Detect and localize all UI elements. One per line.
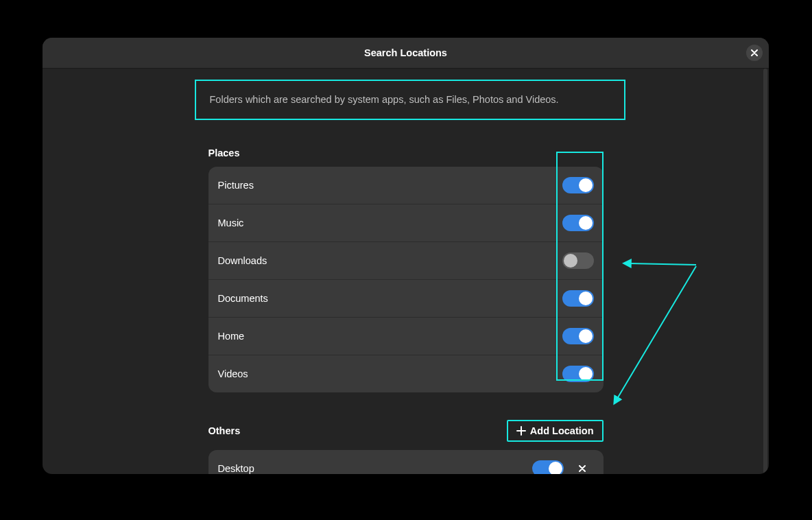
toggle-knob	[579, 329, 593, 343]
places-header: Places	[208, 147, 604, 158]
others-row-desktop[interactable]: Desktop	[208, 450, 604, 474]
places-row-home[interactable]: Home	[208, 318, 604, 355]
toggle-knob	[579, 367, 593, 381]
titlebar: Search Locations	[43, 38, 769, 69]
toggle-knob	[564, 254, 577, 268]
remove-button[interactable]	[571, 457, 594, 474]
others-title: Others	[208, 425, 241, 436]
close-icon	[751, 49, 758, 56]
row-label: Documents	[218, 293, 562, 304]
row-label: Music	[218, 217, 562, 228]
search-locations-dialog: Search Locations Folders which are searc…	[43, 38, 769, 474]
places-list: PicturesMusicDownloadsDocumentsHomeVideo…	[208, 167, 604, 392]
add-location-button[interactable]: Add Location	[507, 420, 604, 442]
toggle-knob	[579, 216, 593, 230]
content-area: Folders which are searched by system app…	[43, 69, 769, 474]
plus-icon	[516, 426, 526, 436]
places-row-documents[interactable]: Documents	[208, 280, 604, 318]
places-row-videos[interactable]: Videos	[208, 355, 604, 392]
toggle-knob	[579, 178, 593, 192]
places-row-pictures[interactable]: Pictures	[208, 167, 604, 204]
toggle-knob	[549, 462, 562, 474]
row-label: Pictures	[218, 180, 562, 191]
close-button[interactable]	[746, 45, 763, 61]
scrollbar[interactable]	[763, 69, 767, 474]
row-label: Videos	[218, 368, 562, 379]
toggle-knob	[579, 292, 593, 305]
toggle-videos[interactable]	[562, 366, 594, 382]
toggle-home[interactable]	[562, 328, 594, 344]
row-label: Desktop	[218, 463, 532, 474]
row-label: Downloads	[218, 255, 562, 266]
add-location-label: Add Location	[530, 425, 594, 436]
remove-icon	[579, 465, 586, 472]
places-row-downloads[interactable]: Downloads	[208, 242, 604, 280]
toggle-downloads[interactable]	[562, 252, 594, 269]
others-header: Others Add Location	[208, 420, 604, 442]
places-row-music[interactable]: Music	[208, 204, 604, 242]
toggle-desktop[interactable]	[532, 460, 564, 474]
places-title: Places	[208, 147, 240, 158]
toggle-music[interactable]	[562, 215, 594, 231]
others-list: Desktop	[208, 450, 604, 474]
description-box: Folders which are searched by system app…	[195, 80, 625, 120]
description-text: Folders which are searched by system app…	[210, 93, 610, 106]
row-label: Home	[218, 331, 562, 342]
dialog-title: Search Locations	[364, 47, 447, 58]
toggle-documents[interactable]	[562, 290, 594, 307]
scroll-content[interactable]: Folders which are searched by system app…	[43, 69, 769, 474]
toggle-pictures[interactable]	[562, 177, 594, 193]
